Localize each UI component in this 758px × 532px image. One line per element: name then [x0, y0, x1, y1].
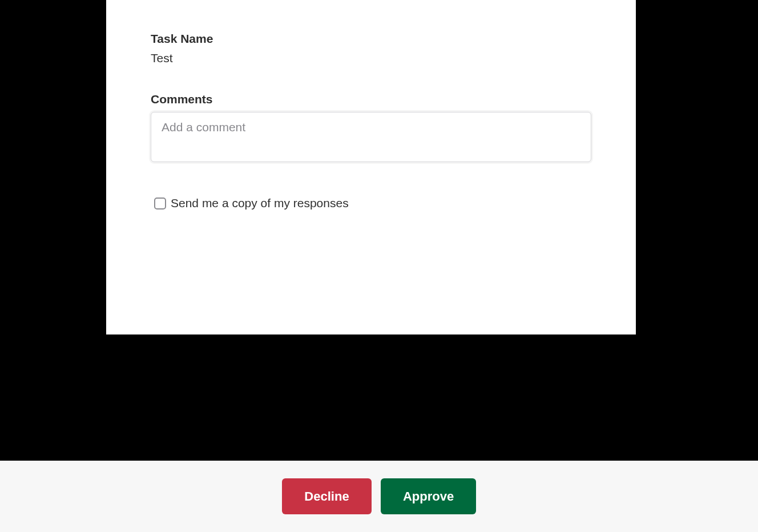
send-copy-label[interactable]: Send me a copy of my responses — [171, 196, 349, 210]
send-copy-checkbox[interactable] — [154, 198, 166, 209]
approve-button[interactable]: Approve — [381, 478, 476, 514]
task-name-label: Task Name — [151, 32, 591, 46]
form-card: Task Name Test Comments Send me a copy o… — [106, 0, 636, 334]
comments-label: Comments — [151, 92, 591, 106]
comments-field-wrap — [151, 112, 591, 164]
task-name-value: Test — [151, 51, 591, 65]
action-footer: Decline Approve — [0, 461, 758, 532]
send-copy-row: Send me a copy of my responses — [151, 196, 591, 210]
comments-input[interactable] — [151, 112, 591, 162]
decline-button[interactable]: Decline — [282, 478, 372, 514]
